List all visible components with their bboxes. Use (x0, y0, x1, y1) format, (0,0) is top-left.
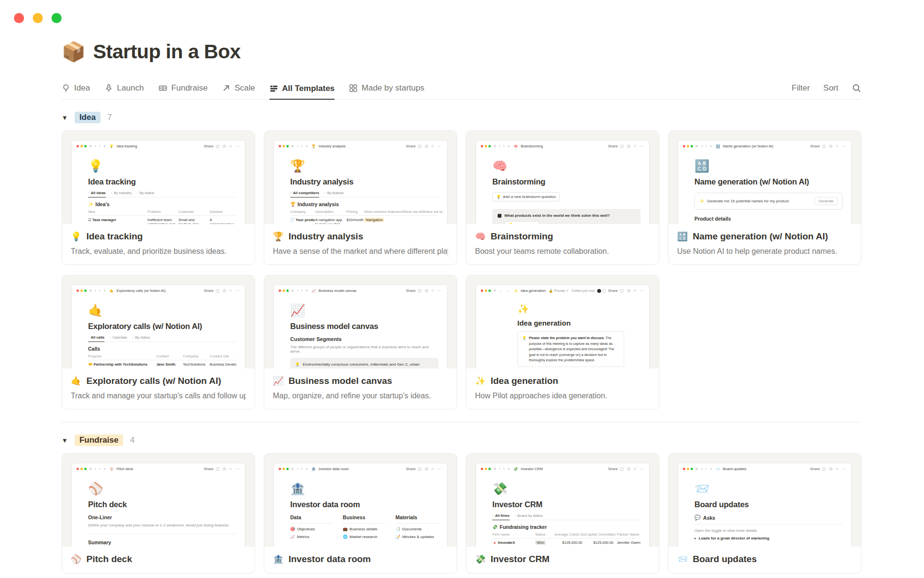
mini-action-icons: ▢ ◷ ☆ ⋯ (418, 144, 442, 148)
template-card-brainstorming[interactable]: ≡ ‹ › +🧠BrainstormingShare▢ ◷ ☆ ⋯ 🧠 Brai… (466, 131, 659, 265)
tab-all-templates[interactable]: All Templates (270, 84, 334, 100)
preview-generate-button: Generate (814, 197, 838, 205)
card-emoji: 💡 (71, 231, 81, 242)
template-card-name-generation[interactable]: ≡ ‹ › +🔠Name generation (w/ Notion AI)Sh… (668, 131, 861, 265)
preview-subheading: One-Liner (88, 514, 236, 520)
minimize-button[interactable] (33, 13, 43, 23)
preview-callout: 💡Please state the problem you want to di… (517, 331, 624, 367)
tab-bar: Idea Launch Fundraise Scale All Template… (62, 78, 861, 100)
mini-action-icons: ▢ ◷ ☆ ⋯ (822, 467, 847, 471)
card-thumbnail: ≡ ‹ › +📨Board updatesShare▢ ◷ ☆ ⋯ 📨 Boar… (668, 454, 861, 547)
card-meta: 📨Board updates (668, 547, 861, 573)
card-meta: 📈Business model canvas Map, organize, an… (264, 368, 457, 409)
section-toggle-icon[interactable]: ▼ (62, 437, 68, 444)
banknote-icon (158, 84, 167, 92)
preview-emoji: 🤙 (88, 303, 236, 317)
rocket-icon (104, 84, 113, 92)
lightbulb-icon (62, 84, 70, 92)
preview-ai-prompt: ✨Generate me 15 potential names for my p… (694, 193, 843, 210)
section-toggle-icon[interactable]: ▼ (62, 114, 68, 121)
preview-text: Open the toggle to view more details. (694, 528, 843, 533)
card-description: Have a sense of the market and where dif… (273, 247, 448, 256)
navigation-tag: Navigation (364, 218, 384, 222)
mini-window-chrome: ≡ ‹ › +🧠BrainstormingShare▢ ◷ ☆ ⋯ (476, 141, 649, 152)
template-card-industry-analysis[interactable]: ≡ ‹ › +🏆Industry analysisShare▢ ◷ ☆ ⋯ 🏆 … (264, 131, 457, 265)
mini-window-chrome: ≡ ‹ › +🤙Exploratory calls (w/ Notion AI)… (72, 285, 245, 296)
preview-table: CompanyDescriptionPricingMost common fea… (290, 210, 438, 224)
preview-toggle-item: Leads for a great director of marketing (694, 536, 843, 540)
preview-text: Define your company and your mission in … (88, 523, 236, 527)
template-card-exploratory-calls[interactable]: ≡ ‹ › +🤙Exploratory calls (w/ Notion AI)… (62, 275, 255, 409)
mini-action-icons: ▢ ◷ ☆ ⋯ (216, 467, 240, 471)
preview-view-tabs: All firmsBoard by status (492, 513, 641, 520)
template-card-idea-generation[interactable]: ≡ ← →✨Idea generation🔒 Private ˅Edited j… (466, 275, 659, 409)
tab-launch[interactable]: Launch (104, 83, 144, 99)
preview-heading: Board updates (694, 500, 843, 509)
preview-view-tabs: All ideasBy industryBy status (88, 191, 236, 197)
mini-nav-icons: ≡ ‹ › + (494, 144, 511, 148)
template-card-pitch-deck[interactable]: ≡ ‹ › +⚾Pitch deckShare▢ ◷ ☆ ⋯ ⚾ Pitch d… (62, 453, 255, 574)
preview-collection-title: 💸Fundraising tracker (492, 524, 641, 530)
mini-page-icon: 💡 (109, 144, 114, 148)
preview-view-tabs: All callsCalendarBy status (88, 335, 236, 342)
card-description: Boost your teams remote collaboration. (475, 247, 650, 256)
preview-emoji: 🔠 (694, 158, 843, 173)
fundraise-card-grid: ≡ ‹ › +⚾Pitch deckShare▢ ◷ ☆ ⋯ ⚾ Pitch d… (62, 453, 861, 574)
mini-nav-icons: ≡ ‹ › + (494, 467, 511, 471)
mini-traffic-lights (481, 145, 491, 147)
template-card-board-updates[interactable]: ≡ ‹ › +📨Board updatesShare▢ ◷ ☆ ⋯ 📨 Boar… (668, 453, 861, 574)
speech-icon: 💬 (694, 514, 701, 521)
firm-icon: 🔺 (492, 540, 497, 545)
briefcase-icon: 💼 (343, 527, 347, 531)
card-title: Investor CRM (490, 554, 549, 565)
template-card-business-model-canvas[interactable]: ≡ ‹ › +📈Business model canvasShare▢ ◷ ☆ … (264, 275, 457, 409)
tab-made-by-startups[interactable]: Made by startups (349, 83, 424, 99)
mini-share-label: Share (810, 144, 820, 148)
mini-window-chrome: ≡ ‹ › +📨Board updatesShare▢ ◷ ☆ ⋯ (678, 463, 851, 474)
preview-heading: Brainstorming (492, 177, 641, 186)
search-icon[interactable] (852, 83, 861, 93)
template-card-idea-tracking[interactable]: ≡ ‹ › +💡Idea trackingShare▢ ◷ ☆ ⋯ 💡 Idea… (62, 131, 255, 265)
preview-emoji: 📈 (290, 303, 438, 317)
card-emoji: 📨 (677, 554, 688, 565)
preview-question-block: What products exist in the world we thin… (492, 209, 641, 224)
filter-button[interactable]: Filter (792, 83, 810, 93)
tab-fundraise[interactable]: Fundraise (158, 83, 208, 99)
mini-traffic-lights (279, 145, 289, 147)
squares-icon (349, 84, 358, 92)
card-meta: 🏦Investor data room (264, 547, 457, 573)
documents-icon: 📑 (396, 527, 400, 531)
tab-scale[interactable]: Scale (222, 83, 255, 99)
mini-action-icons: ▢ ◷ ☆ ⋯ (216, 144, 240, 148)
mini-page-icon: 🔠 (716, 144, 720, 148)
mini-window-chrome: ≡ ← →✨Idea generation🔒 Private ˅Edited j… (476, 285, 649, 296)
preview-callout: 💡Environmentally conscious consumers, mi… (290, 358, 438, 368)
globe-icon: 🌐 (343, 535, 347, 539)
mini-action-icons: ▢ ◷ ☆ ⋯ (620, 467, 644, 471)
card-emoji: 📈 (273, 376, 283, 386)
card-thumbnail: ≡ ‹ › +🏦Investor data roomShare▢ ◷ ☆ ⋯ 🏦… (264, 454, 457, 547)
mini-page-icon: 📨 (716, 467, 720, 471)
template-card-investor-data-room[interactable]: ≡ ‹ › +🏦Investor data roomShare▢ ◷ ☆ ⋯ 🏦… (264, 453, 457, 574)
mini-nav-icons: ≡ ‹ › + (90, 289, 106, 293)
mini-window-chrome: ≡ ‹ › +⚾Pitch deckShare▢ ◷ ☆ ⋯ (72, 463, 245, 474)
card-emoji: 🧠 (475, 231, 486, 242)
card-thumbnail: ≡ ‹ › +💸Investor CRMShare▢ ◷ ☆ ⋯ 💸 Inves… (466, 454, 659, 547)
mini-page-icon: ⚾ (109, 467, 114, 471)
preview-heading: Business model canvas (290, 322, 438, 331)
lightbulb-icon: 💡 (508, 223, 513, 224)
template-card-investor-crm[interactable]: ≡ ‹ › +💸Investor CRMShare▢ ◷ ☆ ⋯ 💸 Inves… (466, 453, 659, 574)
section-header-fundraise: ▼ Fundraise 4 (62, 434, 861, 446)
preview-divider (88, 534, 236, 534)
preview-columns: Data🎯Objectives📈Metrics Business💼Busines… (290, 514, 438, 539)
card-title: Pitch deck (86, 554, 132, 565)
zoom-button[interactable] (51, 13, 62, 23)
mini-window-chrome: ≡ ‹ › +🏦Investor data roomShare▢ ◷ ☆ ⋯ (274, 463, 447, 474)
sort-button[interactable]: Sort (823, 83, 838, 93)
tab-idea[interactable]: Idea (62, 83, 90, 99)
section-pill: Fundraise (75, 434, 123, 446)
privacy-label: 🔒 Private ˅ (549, 289, 568, 293)
tab-label: Made by startups (361, 83, 424, 93)
close-button[interactable] (14, 13, 24, 23)
mini-share-label: Share (810, 467, 820, 471)
